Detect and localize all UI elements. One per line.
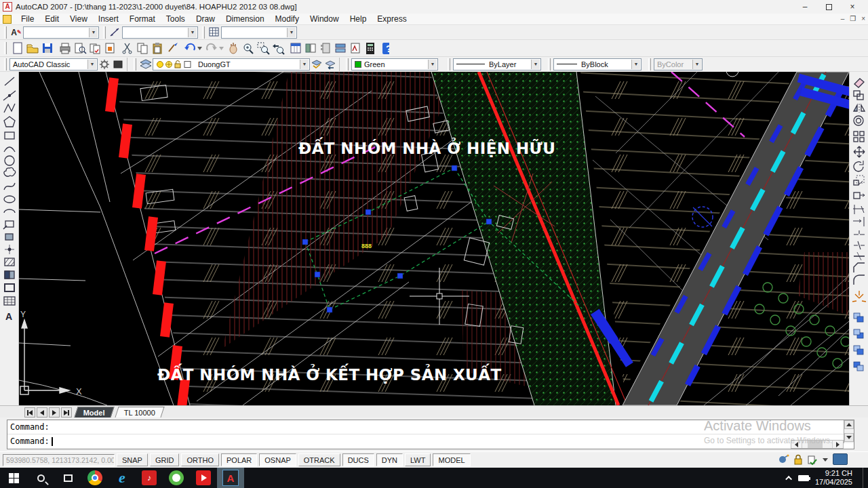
scroll-right-icon[interactable]	[832, 441, 843, 448]
clean-screen-button[interactable]	[833, 453, 848, 465]
construction-line-icon[interactable]	[3, 91, 16, 100]
cut-icon[interactable]	[123, 43, 132, 54]
taskbar-chrome[interactable]	[81, 468, 108, 488]
minimize-button[interactable]: –	[793, 0, 816, 14]
linetype-combo[interactable]: ByLayer ▼	[453, 58, 541, 70]
dim-style-combo[interactable]: ▼	[122, 26, 198, 39]
copy-object-icon[interactable]	[854, 91, 863, 100]
table-style-combo[interactable]: ▼	[221, 26, 297, 39]
taskbar-search-button[interactable]	[27, 468, 54, 488]
tool-palettes-icon[interactable]	[321, 43, 330, 53]
draworder-under-icon[interactable]	[854, 362, 863, 371]
designcenter-icon[interactable]	[306, 44, 315, 52]
tab-next-button[interactable]	[49, 407, 60, 418]
layer-previous-icon[interactable]	[323, 58, 337, 71]
mirror-icon[interactable]	[854, 104, 865, 113]
toggle-snap[interactable]: SNAP	[117, 453, 148, 466]
make-layer-current-icon[interactable]	[310, 58, 323, 71]
tray-settings-arrow-icon[interactable]	[822, 456, 829, 463]
scroll-up-icon[interactable]	[844, 420, 854, 429]
menu-view[interactable]: View	[64, 14, 93, 24]
toolbar-grip[interactable]	[648, 58, 651, 70]
stretch-icon[interactable]	[854, 192, 865, 199]
taskbar-clock[interactable]: 9:21 CH 17/04/2025	[815, 469, 852, 487]
properties-icon[interactable]	[291, 43, 300, 53]
toolbar-grip[interactable]	[4, 58, 7, 70]
tab-prev-button[interactable]	[37, 407, 47, 418]
task-view-button[interactable]	[54, 468, 81, 488]
open-icon[interactable]	[27, 45, 38, 53]
toggle-polar[interactable]: POLAR	[221, 453, 257, 466]
show-desktop-button[interactable]	[863, 468, 865, 488]
table-style-icon[interactable]	[208, 26, 221, 39]
zoom-realtime-icon[interactable]	[244, 44, 253, 54]
array-icon[interactable]	[854, 131, 864, 142]
polygon-icon[interactable]	[4, 117, 15, 127]
menu-window[interactable]: Window	[304, 14, 344, 24]
zoom-previous-icon[interactable]	[273, 44, 284, 54]
menu-help[interactable]: Help	[344, 14, 372, 24]
text-style-icon[interactable]: A✎	[9, 26, 23, 39]
extend-icon[interactable]	[853, 217, 864, 226]
offset-icon[interactable]	[854, 116, 863, 125]
match-properties-icon[interactable]	[169, 43, 178, 52]
sheetset-manager-icon[interactable]	[336, 44, 345, 52]
toggle-model[interactable]: MODEL	[433, 453, 470, 466]
toggle-dyn[interactable]: DYN	[376, 453, 403, 466]
paste-icon[interactable]	[153, 43, 161, 54]
workspace-combo[interactable]: AutoCAD Classic▼	[9, 58, 98, 70]
quickcalc-icon[interactable]	[366, 43, 374, 54]
redo-icon[interactable]	[207, 43, 224, 49]
toggle-ortho[interactable]: ORTHO	[181, 453, 219, 466]
tab-model[interactable]: Model	[74, 407, 114, 418]
coordinate-display[interactable]: 593980.5758, 1213173.2142, 0.0000	[3, 454, 115, 466]
make-block-icon[interactable]	[5, 234, 13, 240]
circle-icon[interactable]	[5, 156, 14, 165]
tab-last-button[interactable]	[61, 407, 72, 418]
battery-icon[interactable]	[798, 475, 809, 481]
markup-icon[interactable]	[351, 43, 359, 53]
trim-icon[interactable]	[853, 205, 864, 214]
region-icon[interactable]	[5, 284, 14, 291]
layer-combo[interactable]: DuongGT ▼	[153, 58, 310, 70]
arc-icon[interactable]	[4, 147, 15, 152]
toolbar-grip[interactable]	[448, 58, 450, 70]
toolbar-grip[interactable]	[103, 26, 106, 39]
workspace-settings-icon[interactable]	[98, 58, 111, 71]
rectangle-icon[interactable]	[5, 132, 14, 139]
pan-realtime-icon[interactable]	[230, 43, 237, 54]
taskbar-coccoc[interactable]	[163, 468, 190, 488]
lineweight-combo[interactable]: ByBlock ▼	[553, 58, 642, 70]
line-icon[interactable]	[5, 77, 14, 85]
copy-icon[interactable]	[138, 43, 147, 54]
menu-draw[interactable]: Draw	[191, 14, 220, 24]
toolbar-grip[interactable]	[548, 58, 551, 70]
insert-block-icon[interactable]	[3, 221, 14, 229]
taskbar-video-app[interactable]	[190, 468, 217, 488]
draworder-above-icon[interactable]	[854, 346, 863, 354]
join-icon[interactable]	[854, 252, 865, 260]
scroll-down-icon[interactable]	[844, 433, 854, 442]
layer-manager-icon[interactable]	[139, 58, 153, 71]
ellipse-icon[interactable]	[4, 196, 15, 203]
my-workspace-icon[interactable]	[111, 58, 125, 71]
multiline-text-icon[interactable]: A	[5, 311, 12, 322]
hatch-icon[interactable]	[5, 258, 14, 266]
scroll-left-icon[interactable]	[791, 441, 802, 448]
explode-icon[interactable]	[852, 291, 866, 302]
zoom-window-icon[interactable]	[258, 43, 269, 54]
tab-first-button[interactable]	[24, 407, 35, 418]
help-icon[interactable]: ?	[382, 43, 389, 54]
text-style-combo[interactable]: ▼	[23, 26, 99, 39]
dim-style-icon[interactable]	[108, 26, 122, 39]
menu-tools[interactable]: Tools	[161, 14, 191, 24]
toolbar-grip[interactable]	[202, 26, 205, 39]
move-icon[interactable]	[854, 146, 865, 157]
color-combo[interactable]: Green ▼	[351, 58, 438, 70]
toggle-osnap[interactable]: OSNAP	[259, 453, 296, 466]
toolbar-grip[interactable]	[346, 58, 349, 70]
associated-standards-icon[interactable]	[807, 454, 818, 465]
plot-preview-icon[interactable]	[75, 43, 86, 54]
command-vertical-scrollbar[interactable]	[844, 420, 854, 443]
point-icon[interactable]	[5, 245, 14, 254]
